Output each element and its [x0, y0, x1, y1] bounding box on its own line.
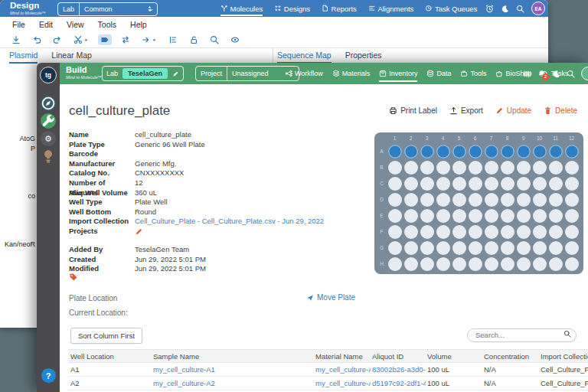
- update-button[interactable]: Update: [495, 106, 531, 115]
- plate-well-F1[interactable]: [387, 224, 403, 240]
- plate-well-F4[interactable]: [435, 224, 451, 240]
- plate-well-E3[interactable]: [419, 207, 435, 224]
- user-avatar[interactable]: [581, 67, 588, 80]
- plate-well-C6[interactable]: [467, 175, 483, 191]
- toolbar-undo-icon[interactable]: [30, 34, 44, 45]
- plate-well-B10[interactable]: [531, 159, 547, 175]
- plate-well-H6[interactable]: [467, 256, 483, 272]
- plate-well-F7[interactable]: [483, 224, 499, 240]
- plate-well-F8[interactable]: [499, 224, 515, 240]
- toolbar-redo-icon[interactable]: [51, 34, 64, 45]
- plate-well-F12[interactable]: [564, 224, 580, 240]
- plate-well-G8[interactable]: [499, 240, 515, 256]
- plate-well-E8[interactable]: [499, 207, 515, 224]
- menu-help[interactable]: Help: [130, 20, 147, 29]
- plate-well-C4[interactable]: [435, 175, 451, 191]
- plate-well-F2[interactable]: [403, 224, 419, 240]
- toolbar-unlock-icon[interactable]: [187, 34, 201, 45]
- plate-well-B5[interactable]: [451, 159, 467, 175]
- barcode-icon[interactable]: [523, 70, 531, 78]
- build-lab-selector[interactable]: Lab TeselaGen: [102, 66, 184, 81]
- field-value[interactable]: Cell_Culture_Plate - Cell_Culture_Plate.…: [135, 217, 324, 227]
- tg-logo[interactable]: tg: [40, 67, 57, 83]
- design-nav-task-queues[interactable]: Task Queues: [425, 0, 477, 17]
- design-nav-reports[interactable]: Reports: [322, 0, 357, 17]
- plate-well-B3[interactable]: [419, 159, 435, 175]
- tab-plasmid[interactable]: Plasmid: [9, 47, 38, 64]
- plate-well-C1[interactable]: [387, 175, 403, 191]
- plate-well-D6[interactable]: [467, 191, 483, 207]
- sort-column-first-button[interactable]: Sort Column First: [70, 328, 142, 344]
- cell-aliquot[interactable]: d5197c92-2df1-40...: [371, 379, 426, 387]
- build-nav-data[interactable]: Data: [426, 63, 451, 84]
- sidebar-compass-icon[interactable]: [41, 96, 56, 111]
- plate-well-G5[interactable]: [451, 240, 467, 256]
- toolbar-import-icon[interactable]: [9, 34, 23, 45]
- plate-well-B7[interactable]: [483, 159, 499, 175]
- plate-well-E2[interactable]: [403, 207, 419, 224]
- build-nav-inventory[interactable]: Inventory: [379, 63, 417, 84]
- plate-well-D1[interactable]: [387, 191, 403, 207]
- plate-well-G1[interactable]: [387, 240, 403, 256]
- plate-well-C9[interactable]: [515, 175, 531, 191]
- column-header[interactable]: Well Location: [69, 352, 152, 361]
- plate-well-C8[interactable]: [499, 175, 515, 191]
- toolbar-forward-icon[interactable]: [139, 34, 159, 45]
- delete-button[interactable]: Delete: [544, 106, 577, 115]
- toolbar-cut-icon[interactable]: [71, 34, 91, 45]
- table-row[interactable]: A2my_cell_culture-A2my_cell_culture-A2d5…: [69, 377, 588, 390]
- plate-map[interactable]: 123456789101112ABCDEFGH: [374, 132, 583, 274]
- plate-well-A6[interactable]: [467, 143, 483, 159]
- design-lab-selector[interactable]: Lab Common: [57, 2, 158, 16]
- plate-well-G4[interactable]: [435, 240, 451, 256]
- plate-well-B1[interactable]: [387, 159, 403, 175]
- plate-well-G10[interactable]: [531, 240, 547, 256]
- plate-well-E6[interactable]: [467, 207, 483, 224]
- print-label-button[interactable]: Print Label: [389, 106, 437, 115]
- plate-well-C5[interactable]: [451, 175, 467, 191]
- edit-lab-icon[interactable]: [168, 70, 183, 77]
- plate-well-D7[interactable]: [483, 191, 499, 207]
- sidebar-lightbulb-icon[interactable]: [41, 149, 56, 164]
- plate-well-H7[interactable]: [483, 256, 499, 272]
- plate-well-G6[interactable]: [467, 240, 483, 256]
- plate-well-A3[interactable]: [419, 143, 435, 159]
- plate-well-A9[interactable]: [515, 143, 531, 159]
- edit-projects-icon[interactable]: [135, 227, 143, 236]
- column-header[interactable]: Aliquot ID: [371, 352, 426, 361]
- plate-well-A1[interactable]: [387, 143, 403, 159]
- column-header[interactable]: Material Name: [314, 352, 371, 361]
- plate-well-A8[interactable]: [499, 143, 515, 159]
- plate-well-F11[interactable]: [547, 224, 564, 240]
- plate-well-F10[interactable]: [531, 224, 547, 240]
- plate-well-H4[interactable]: [435, 256, 451, 272]
- plate-well-D11[interactable]: [547, 191, 564, 207]
- plate-well-G11[interactable]: [547, 240, 564, 256]
- cell-sample[interactable]: my_cell_culture-A1: [152, 365, 314, 374]
- build-project-value[interactable]: Unassigned: [227, 70, 284, 77]
- menu-tools[interactable]: Tools: [98, 20, 117, 29]
- plate-well-G7[interactable]: [483, 240, 499, 256]
- plate-well-B8[interactable]: [499, 159, 515, 175]
- plate-well-C2[interactable]: [403, 175, 419, 191]
- plate-well-A11[interactable]: [547, 143, 564, 159]
- moon-icon[interactable]: [552, 70, 560, 78]
- table-row[interactable]: A1my_cell_culture-A1my_cell_culture-A183…: [69, 363, 588, 377]
- move-plate-link[interactable]: Move Plate: [306, 293, 355, 302]
- cell-material[interactable]: my_cell_culture-A1: [314, 365, 371, 374]
- plate-well-E11[interactable]: [547, 207, 564, 224]
- export-button[interactable]: Export: [449, 106, 483, 115]
- plate-well-H3[interactable]: [419, 256, 435, 272]
- bell-icon[interactable]: 2: [537, 70, 546, 78]
- plate-well-B11[interactable]: [547, 159, 564, 175]
- user-avatar[interactable]: EA: [531, 2, 545, 15]
- tab-properties[interactable]: Properties: [345, 47, 382, 64]
- toolbar-search-icon[interactable]: [207, 34, 221, 45]
- plate-well-A10[interactable]: [531, 143, 547, 159]
- plate-well-D3[interactable]: [419, 191, 435, 207]
- plate-well-C10[interactable]: [531, 175, 547, 191]
- plate-well-E7[interactable]: [483, 207, 499, 224]
- plate-well-A7[interactable]: [483, 143, 499, 159]
- schedule-icon[interactable]: [485, 5, 494, 13]
- build-nav-workflow[interactable]: Workflow: [285, 63, 323, 84]
